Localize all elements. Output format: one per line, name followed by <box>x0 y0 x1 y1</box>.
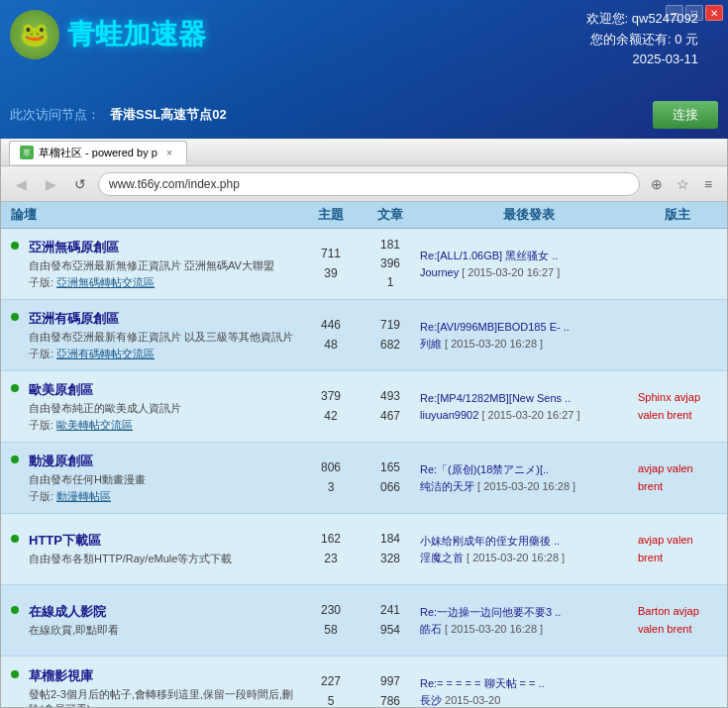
browser-actions: ⊕ ☆ ≡ <box>646 173 719 195</box>
tab-title: 草榴社区 - powered by p <box>39 146 157 160</box>
forum-header: 論壇 主題 文章 最後發表 版主 <box>1 202 727 229</box>
moderator-link[interactable]: brent <box>667 623 691 635</box>
moderator-link[interactable]: avjap <box>638 534 664 546</box>
last-post-user-link[interactable]: 纯洁的天牙 <box>420 480 474 492</box>
balance-text: 您的余额还有: 0 元 <box>586 31 698 49</box>
dot-indicator <box>11 606 19 614</box>
forum-sub-link[interactable]: 動漫轉帖區 <box>56 490 111 502</box>
forum-desc: 自由發布純正的歐美成人資訊片 <box>29 401 181 416</box>
forum-last-post: 小妹给刚成年的侄女用藥後 ..淫魔之首 [ 2015-03-20 16:28 ] <box>420 533 638 565</box>
forum-row-left: 草榴影視庫發帖2-3個月后的帖子,會轉移到這里,保留一段時間后,刪除(會員可看) <box>11 667 301 708</box>
last-post-time: [ 2015-03-20 16:27 ] <box>478 409 579 421</box>
moderator-link[interactable]: valen <box>667 534 692 546</box>
forum-desc: 自由發布亞洲最新無修正資訊片 亞洲無碼AV大聯盟 <box>29 258 274 273</box>
last-post-user-link[interactable]: liuyuan9902 <box>420 409 478 421</box>
forum-name-link[interactable]: 在線成人影院 <box>29 604 106 619</box>
forum-name-link[interactable]: 歐美原創區 <box>29 382 93 397</box>
forum-topics: 8063 <box>301 458 361 496</box>
forum-posts: 165066 <box>361 458 420 496</box>
forum-last-post: Re:[ALL/1.06GB] 黑丝骚女 ..Journey [ 2015-03… <box>420 248 638 280</box>
forum-row-left: 在線成人影院在線欣賞,即點即看 <box>11 603 301 638</box>
moderator-link[interactable]: avjap <box>638 462 664 474</box>
moderator-link[interactable]: valen <box>638 623 664 635</box>
last-post-title-link[interactable]: Re:[AVI/996MB]EBOD185 E- .. <box>420 321 570 333</box>
last-post-title-link[interactable]: Re:= = = = = 聊天帖 = = .. <box>420 677 545 689</box>
header-posts: 文章 <box>361 206 420 224</box>
close-button[interactable]: ✕ <box>705 5 723 21</box>
last-post-user-link[interactable]: 長沙 <box>420 694 442 706</box>
moderator-link[interactable]: brent <box>667 409 691 421</box>
address-bar[interactable]: www.t66y.com/index.php <box>98 172 640 196</box>
header-lastpost: 最後發表 <box>420 206 638 224</box>
window-controls: ─ □ ✕ <box>666 5 723 21</box>
forum-posts: 241954 <box>361 601 420 639</box>
forum-posts: 997786 <box>361 672 420 707</box>
forum-desc: 發帖2-3個月后的帖子,會轉移到這里,保留一段時間后,刪除(會員可看) <box>29 687 301 708</box>
forum-posts: 184328 <box>361 530 420 567</box>
dot-indicator <box>11 535 19 543</box>
forum-row: 亞洲有碼原創區自由發布亞洲最新有修正資訊片 以及三級等其他資訊片子版: 亞洲有碼… <box>1 300 727 371</box>
forum-sub: 子版: 亞洲有碼轉帖交流區 <box>29 347 293 361</box>
moderator-link[interactable]: Barton <box>638 605 670 617</box>
forum-sub-link[interactable]: 亞洲無碼轉帖交流區 <box>56 276 155 288</box>
forum-name-link[interactable]: 亞洲有碼原創區 <box>29 311 119 326</box>
header-moderator: 版主 <box>638 206 717 224</box>
moderator-link[interactable]: avjap <box>675 391 700 403</box>
bookmark-manager-button[interactable]: ⊕ <box>646 173 668 195</box>
forward-button[interactable]: ▶ <box>39 172 62 196</box>
dot-indicator <box>11 313 19 321</box>
last-post-title-link[interactable]: Re:[MP4/1282MB][New Sens .. <box>420 392 571 404</box>
forum-moderators: Barton avjap valen brent <box>638 603 717 638</box>
forum-sub-link[interactable]: 亞洲有碼轉帖交流區 <box>56 348 155 359</box>
connect-button[interactable]: 连接 <box>653 101 718 129</box>
last-post-user-link[interactable]: 淫魔之首 <box>420 552 464 563</box>
star-button[interactable]: ☆ <box>672 173 693 195</box>
last-post-title-link[interactable]: 小妹给刚成年的侄女用藥後 .. <box>420 535 560 547</box>
browser-toolbar: ◀ ▶ ↺ www.t66y.com/index.php ⊕ ☆ ≡ <box>1 166 727 202</box>
forum-topics: 44648 <box>301 316 361 354</box>
forum-content: 論壇 主題 文章 最後發表 版主 亞洲無碼原創區自由發布亞洲最新無修正資訊片 亞… <box>1 202 727 707</box>
minimize-button[interactable]: ─ <box>666 5 683 21</box>
maximize-button[interactable]: □ <box>685 5 703 21</box>
moderator-link[interactable]: valen <box>638 409 664 421</box>
moderator-link[interactable]: brent <box>638 552 663 563</box>
last-post-title-link[interactable]: Re:「(原创)(18禁アニメ)[.. <box>420 463 549 475</box>
forum-name-link[interactable]: HTTP下載區 <box>29 533 101 548</box>
forum-moderators: avjap valen brent <box>638 460 717 495</box>
last-post-title-link[interactable]: Re:[ALL/1.06GB] 黑丝骚女 .. <box>420 250 558 261</box>
forum-row: 草榴影視庫發帖2-3個月后的帖子,會轉移到這里,保留一段時間后,刪除(會員可看)… <box>1 657 727 707</box>
forum-sub-link[interactable]: 歐美轉帖交流區 <box>56 419 133 431</box>
time-text: 2025-03-11 <box>586 51 698 66</box>
last-post-time: 2015-03-20 <box>442 694 500 706</box>
last-post-user-link[interactable]: 列維 <box>420 338 442 350</box>
forum-row: 歐美原創區自由發布純正的歐美成人資訊片子版: 歐美轉帖交流區3794249346… <box>1 371 727 443</box>
moderator-link[interactable]: brent <box>638 480 663 492</box>
menu-button[interactable]: ≡ <box>697 173 719 195</box>
forum-row-info: 亞洲有碼原創區自由發布亞洲最新有修正資訊片 以及三級等其他資訊片子版: 亞洲有碼… <box>29 310 293 361</box>
dot-indicator <box>11 455 19 463</box>
last-post-time: [ 2015-03-20 16:28 ] <box>464 552 565 563</box>
forum-name-link[interactable]: 動漫原創區 <box>29 454 93 468</box>
last-post-user-link[interactable]: 皓石 <box>420 623 442 635</box>
back-button[interactable]: ◀ <box>9 172 33 196</box>
forum-last-post: Re:「(原创)(18禁アニメ)[..纯洁的天牙 [ 2015-03-20 16… <box>420 461 638 494</box>
last-post-user-link[interactable]: Journey <box>420 266 459 278</box>
browser-tab[interactable]: 草 草榴社区 - powered by p × <box>9 141 187 164</box>
forum-name-link[interactable]: 草榴影視庫 <box>29 668 93 683</box>
forum-last-post: Re:一边操一边问他要不要3 ..皓石 [ 2015-03-20 16:28 ] <box>420 604 638 637</box>
forum-name-link[interactable]: 亞洲無碼原創區 <box>29 240 119 254</box>
moderator-link[interactable]: valen <box>667 462 692 474</box>
forum-topics: 2275 <box>301 672 361 707</box>
moderator-link[interactable]: Sphinx <box>638 391 672 403</box>
url-text: www.t66y.com/index.php <box>109 177 240 191</box>
moderator-link[interactable]: avjap <box>673 605 698 617</box>
forum-row-info: 動漫原創區自由發布任何H動畫漫畫子版: 動漫轉帖區 <box>29 453 146 504</box>
tab-close-button[interactable]: × <box>162 146 176 159</box>
last-post-title-link[interactable]: Re:一边操一边问他要不要3 .. <box>420 606 561 618</box>
forum-sub: 子版: 歐美轉帖交流區 <box>29 418 181 433</box>
forum-row-left: HTTP下載區自由發布各類HTTP/Ray/eMule等方式下載 <box>11 532 301 566</box>
node-value: 香港SSL高速节点02 <box>110 106 227 124</box>
forum-desc: 自由發布任何H動畫漫畫 <box>29 472 146 487</box>
refresh-button[interactable]: ↺ <box>68 172 92 196</box>
dot-indicator <box>11 670 19 678</box>
